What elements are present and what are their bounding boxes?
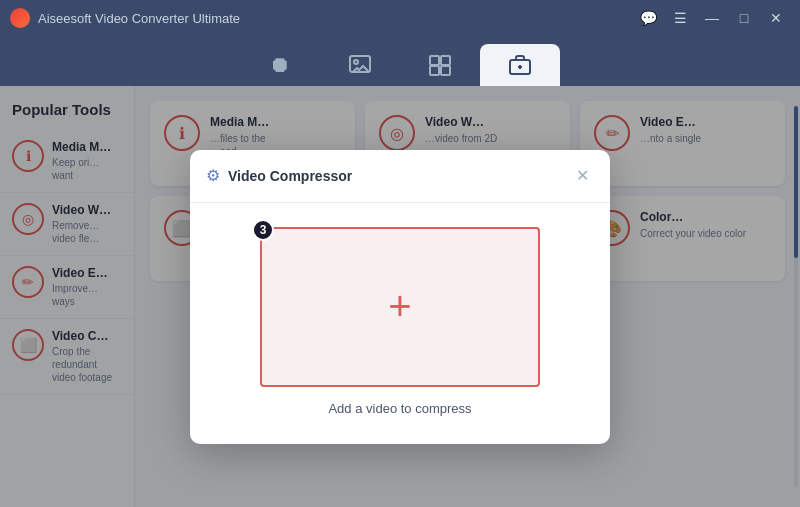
drop-area-badge: 3 (252, 219, 274, 241)
video-compressor-modal: ⚙ Video Compressor ✕ 3 + Add a video to … (190, 150, 610, 444)
tab-toolbox[interactable] (480, 44, 560, 86)
svg-point-1 (354, 60, 358, 64)
close-button[interactable]: ✕ (762, 4, 790, 32)
modal-body: 3 + Add a video to compress (190, 203, 610, 444)
svg-rect-5 (441, 66, 450, 75)
tab-convert[interactable]: ⏺ (240, 44, 320, 86)
main-content: Popular Tools ℹ Media M… Keep ori… want … (0, 86, 800, 507)
tab-media[interactable] (320, 44, 400, 86)
modal-header: ⚙ Video Compressor ✕ (190, 150, 610, 203)
titlebar: Aiseesoft Video Converter Ultimate 💬 ☰ —… (0, 0, 800, 36)
drop-area[interactable]: 3 + (260, 227, 540, 387)
app-logo (10, 8, 30, 28)
modal-overlay: ⚙ Video Compressor ✕ 3 + Add a video to … (0, 86, 800, 507)
svg-rect-3 (441, 56, 450, 65)
drop-area-label: Add a video to compress (328, 401, 471, 416)
window-controls: 💬 ☰ — □ ✕ (634, 4, 790, 32)
modal-header-icon: ⚙ (206, 166, 220, 185)
minimize-button[interactable]: — (698, 4, 726, 32)
nav-tabs: ⏺ (0, 36, 800, 86)
svg-rect-2 (430, 56, 439, 65)
drop-area-plus-icon: + (388, 284, 411, 329)
chat-button[interactable]: 💬 (634, 4, 662, 32)
svg-rect-4 (430, 66, 439, 75)
tab-edit[interactable] (400, 44, 480, 86)
app-title: Aiseesoft Video Converter Ultimate (38, 11, 634, 26)
maximize-button[interactable]: □ (730, 4, 758, 32)
modal-close-button[interactable]: ✕ (570, 164, 594, 188)
menu-button[interactable]: ☰ (666, 4, 694, 32)
modal-title: Video Compressor (228, 168, 562, 184)
